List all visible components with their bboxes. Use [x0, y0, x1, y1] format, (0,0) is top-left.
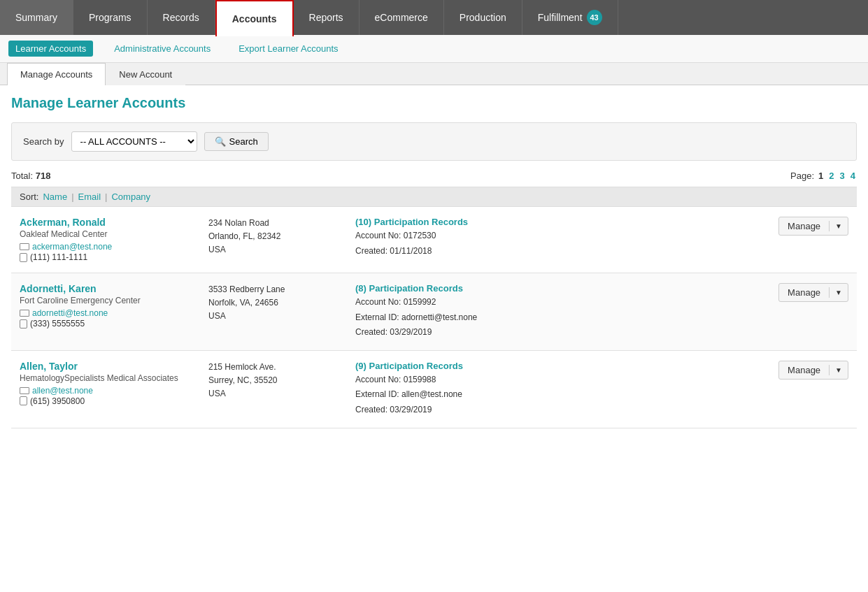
manage-button-label: Manage	[779, 287, 830, 298]
nav-reports[interactable]: Reports	[294, 0, 360, 35]
nav-accounts[interactable]: Accounts	[215, 0, 294, 36]
account-list: Ackerman, Ronald Oakleaf Medical Center …	[11, 207, 857, 428]
account-meta: Account No: 0172530 Created: 01/11/2018	[355, 229, 757, 259]
nav-fulfillment[interactable]: Fulfillment 43	[522, 0, 618, 35]
page-4[interactable]: 4	[849, 171, 857, 181]
nav-programs[interactable]: Programs	[73, 0, 148, 35]
nav-records[interactable]: Records	[148, 0, 215, 35]
account-email[interactable]: adornetti@test.none	[20, 308, 201, 318]
nav-ecommerce[interactable]: eCommerce	[360, 0, 444, 35]
manage-button-wrap: Manage ▼	[764, 217, 848, 236]
account-company: Oakleaf Medical Center	[20, 229, 201, 239]
account-records: (8) Participation Records Account No: 01…	[355, 283, 757, 340]
account-external-id: External ID: allen@test.none	[355, 387, 757, 403]
account-row: Ackerman, Ronald Oakleaf Medical Center …	[11, 207, 857, 273]
account-info: Allen, Taylor HematologySpecialists Medi…	[20, 361, 201, 407]
manage-button-wrap: Manage ▼	[764, 283, 848, 302]
account-email[interactable]: allen@test.none	[20, 386, 201, 396]
sort-sep-1: |	[71, 192, 73, 202]
phone-icon	[20, 319, 27, 329]
subnav-administrative-accounts[interactable]: Administrative Accounts	[107, 41, 218, 57]
total-count: Total: 718	[11, 171, 50, 181]
search-button[interactable]: 🔍 Search	[204, 132, 269, 151]
account-number: Account No: 0172530	[355, 229, 757, 244]
sort-email[interactable]: Email	[78, 192, 101, 202]
address-line1: 234 Nolan Road	[208, 217, 348, 230]
manage-button[interactable]: Manage ▼	[778, 217, 848, 236]
top-navigation: Summary Programs Records Accounts Report…	[0, 0, 868, 35]
manage-button[interactable]: Manage ▼	[778, 283, 848, 302]
nav-production[interactable]: Production	[444, 0, 522, 35]
email-icon	[20, 310, 29, 317]
sort-label: Sort:	[20, 192, 38, 202]
address-line2: Norfolk, VA, 24656	[208, 296, 348, 310]
account-name[interactable]: Adornetti, Karen	[20, 283, 201, 294]
sort-sep-2: |	[105, 192, 107, 202]
address-line3: USA	[208, 310, 348, 323]
account-records: (9) Participation Records Account No: 01…	[355, 361, 757, 418]
subnav-learner-accounts[interactable]: Learner Accounts	[8, 41, 93, 57]
account-company: Fort Caroline Emergency Center	[20, 296, 201, 305]
search-label: Search by	[23, 136, 64, 147]
phone-icon	[20, 253, 27, 262]
subnav-export-learner-accounts[interactable]: Export Learner Accounts	[232, 41, 345, 57]
page-title: Manage Learner Accounts	[11, 95, 857, 111]
phone-icon	[20, 396, 27, 405]
account-number: Account No: 0159992	[355, 295, 757, 310]
page-2[interactable]: 2	[827, 171, 835, 181]
manage-dropdown-arrow[interactable]: ▼	[830, 366, 848, 374]
account-created: Created: 03/29/2019	[355, 325, 757, 340]
account-meta: Account No: 0159992 External ID: adornet…	[355, 295, 757, 340]
page-content: Manage Learner Accounts Search by -- ALL…	[0, 85, 868, 438]
account-meta: Account No: 0159988 External ID: allen@t…	[355, 373, 757, 418]
search-bar: Search by -- ALL ACCOUNTS -- 🔍 Search	[11, 122, 857, 161]
tab-new-account[interactable]: New Account	[106, 63, 185, 85]
tab-manage-accounts[interactable]: Manage Accounts	[7, 63, 106, 85]
manage-button-label: Manage	[779, 365, 830, 375]
account-address: 3533 Redberry Lane Norfolk, VA, 24656 US…	[208, 283, 348, 324]
address-line1: 3533 Redberry Lane	[208, 283, 348, 296]
page-3[interactable]: 3	[839, 171, 846, 181]
nav-summary[interactable]: Summary	[0, 0, 73, 35]
account-address: 234 Nolan Road Orlando, FL, 82342 USA	[208, 217, 348, 257]
account-name[interactable]: Ackerman, Ronald	[20, 217, 201, 228]
sub-navigation: Learner Accounts Administrative Accounts…	[0, 35, 868, 63]
account-phone: (333) 5555555	[20, 319, 201, 329]
total-label: Total:	[11, 171, 33, 181]
account-email[interactable]: ackerman@test.none	[20, 242, 201, 252]
search-icon: 🔍	[215, 136, 226, 147]
account-row: Allen, Taylor HematologySpecialists Medi…	[11, 351, 857, 428]
fulfillment-label: Fulfillment	[538, 12, 583, 23]
manage-dropdown-arrow[interactable]: ▼	[830, 289, 848, 296]
search-select[interactable]: -- ALL ACCOUNTS --	[71, 131, 197, 152]
email-icon	[20, 243, 29, 250]
account-created: Created: 03/29/2019	[355, 403, 757, 418]
page-label: Page:	[790, 171, 814, 181]
participation-records-link[interactable]: (10) Participation Records	[355, 217, 757, 227]
sort-bar: Sort: Name | Email | Company	[11, 187, 857, 207]
manage-button-wrap: Manage ▼	[764, 361, 848, 380]
manage-button-label: Manage	[779, 221, 830, 231]
account-address: 215 Hemlock Ave. Surrey, NC, 35520 USA	[208, 361, 348, 401]
account-name[interactable]: Allen, Taylor	[20, 361, 201, 372]
sort-name[interactable]: Name	[43, 192, 67, 202]
page-1[interactable]: 1	[817, 171, 825, 181]
sort-company[interactable]: Company	[111, 192, 150, 202]
participation-records-link[interactable]: (8) Participation Records	[355, 283, 757, 294]
manage-dropdown-arrow[interactable]: ▼	[830, 222, 848, 230]
account-phone: (615) 3950800	[20, 396, 201, 406]
account-info: Adornetti, Karen Fort Caroline Emergency…	[20, 283, 201, 329]
email-icon	[20, 387, 29, 394]
manage-button[interactable]: Manage ▼	[778, 361, 848, 380]
account-external-id: External ID: adornetti@test.none	[355, 310, 757, 326]
account-number: Account No: 0159988	[355, 373, 757, 388]
results-header: Total: 718 Page: 1 2 3 4	[11, 171, 857, 181]
participation-records-link[interactable]: (9) Participation Records	[355, 361, 757, 371]
address-line1: 215 Hemlock Ave.	[208, 361, 348, 374]
search-button-label: Search	[229, 136, 258, 147]
address-line2: Surrey, NC, 35520	[208, 374, 348, 387]
account-info: Ackerman, Ronald Oakleaf Medical Center …	[20, 217, 201, 263]
account-company: HematologySpecialists Medical Associates	[20, 373, 201, 383]
address-line2: Orlando, FL, 82342	[208, 230, 348, 243]
pagination: Page: 1 2 3 4	[790, 171, 857, 181]
